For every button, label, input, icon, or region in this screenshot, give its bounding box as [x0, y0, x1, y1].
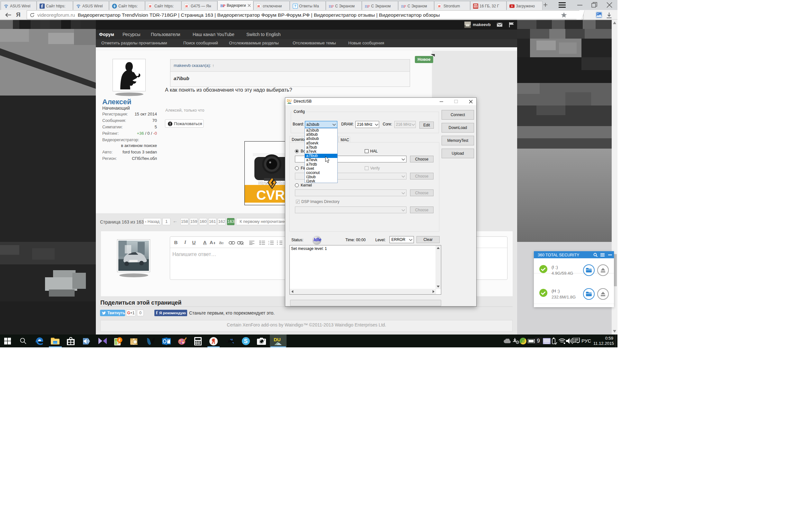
svg-text:DU: DU: [274, 337, 281, 342]
svg-text:?: ?: [294, 4, 296, 8]
svg-text:DU: DU: [287, 99, 291, 102]
svg-text:1: 1: [268, 241, 269, 243]
svg-text:2: 2: [268, 243, 269, 245]
svg-text:Р: Р: [331, 4, 334, 9]
svg-text:Я: Я: [257, 4, 260, 8]
svg-text:2: 2: [119, 338, 121, 342]
svg-text:Р: Р: [223, 3, 226, 8]
svg-text:Р: Р: [404, 4, 406, 9]
svg-text:Я: Я: [149, 4, 152, 8]
svg-text:Р: Р: [367, 4, 370, 9]
svg-text:Я: Я: [438, 4, 441, 8]
svg-text:Я: Я: [185, 4, 188, 8]
